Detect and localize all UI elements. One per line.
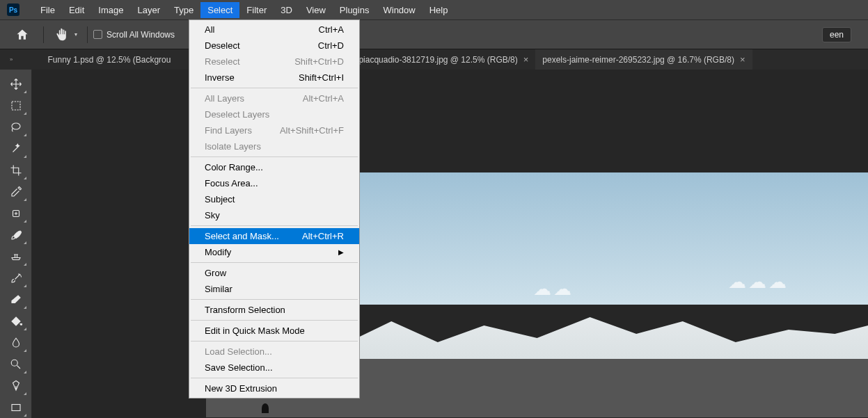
menu-item-sky[interactable]: Sky: [189, 207, 359, 223]
document-tab[interactable]: pexels-jaime-reimer-2695232.jpg @ 16.7% …: [535, 49, 752, 70]
menu-item-save-selection[interactable]: Save Selection...: [189, 360, 359, 376]
menu-item-label: Modify: [205, 246, 231, 258]
close-icon[interactable]: ×: [523, 54, 529, 65]
panel-collapse-icon[interactable]: »: [7, 49, 15, 70]
menu-item-label: All: [205, 24, 214, 35]
tab-label: -piacquadio-3812719.jpg @ 12.5% (RGB/8): [356, 55, 517, 65]
menu-item-label: Similar: [205, 283, 232, 295]
svg-rect-4: [12, 404, 20, 410]
menu-select[interactable]: Select: [200, 2, 239, 18]
menu-item-isolate-layers: Isolate Layers: [189, 138, 359, 154]
menu-shortcut: Shift+Ctrl+I: [299, 72, 344, 83]
menu-filter[interactable]: Filter: [239, 2, 274, 18]
menu-separator: [191, 299, 358, 300]
hand-tool-icon[interactable]: [52, 25, 72, 45]
menu-item-edit-in-quick-mask-mode[interactable]: Edit in Quick Mask Mode: [189, 323, 359, 339]
tool-dropdown-arrow[interactable]: ▾: [74, 31, 77, 38]
menu-item-new-3d-extrusion[interactable]: New 3D Extrusion: [189, 380, 359, 396]
menu-layer[interactable]: Layer: [131, 2, 168, 18]
lasso-tool[interactable]: [4, 116, 28, 138]
menu-item-grow[interactable]: Grow: [189, 265, 359, 281]
menu-item-label: Save Selection...: [205, 362, 273, 373]
divider: [43, 26, 44, 43]
svg-rect-0: [12, 102, 20, 110]
menu-type[interactable]: Type: [167, 2, 200, 18]
workspace: ☁ ☁ ☁ ☁ ☁ ☁: [0, 70, 868, 418]
menu-separator: [191, 225, 358, 226]
clone-stamp-tool[interactable]: [4, 246, 28, 267]
cloud: ☁ ☁: [533, 278, 570, 300]
menu-file[interactable]: File: [33, 2, 62, 18]
eyedropper-tool[interactable]: [4, 181, 28, 202]
submenu-arrow-icon: ▶: [338, 246, 344, 258]
svg-point-3: [11, 360, 17, 366]
menu-item-subject[interactable]: Subject: [189, 191, 359, 207]
menu-separator: [191, 262, 358, 263]
brush-tool[interactable]: [4, 224, 28, 246]
menu-image[interactable]: Image: [91, 2, 130, 18]
menu-shortcut: Ctrl+A: [319, 24, 344, 35]
menu-item-similar[interactable]: Similar: [189, 281, 359, 297]
menu-view[interactable]: View: [299, 2, 333, 18]
menu-separator: [191, 341, 358, 341]
tab-label: pexels-jaime-reimer-2695232.jpg @ 16.7% …: [542, 55, 734, 65]
scroll-all-checkbox[interactable]: [93, 30, 102, 39]
menu-item-label: Select and Mask...: [205, 230, 279, 242]
menu-item-focus-area[interactable]: Focus Area...: [189, 175, 359, 191]
menu-item-deselect[interactable]: DeselectCtrl+D: [189, 38, 359, 54]
menu-item-label: Subject: [205, 193, 235, 205]
move-tool[interactable]: [4, 73, 28, 95]
menu-shortcut: Alt+Shift+Ctrl+F: [280, 124, 344, 136]
menu-separator: [191, 320, 358, 321]
home-icon[interactable]: [13, 25, 32, 45]
canvas-area[interactable]: ☁ ☁ ☁ ☁ ☁ ☁: [32, 70, 868, 418]
menu-item-label: Find Layers: [205, 124, 252, 136]
cursor-figure: [262, 403, 269, 413]
menu-item-label: Deselect Layers: [205, 108, 269, 120]
menu-separator: [191, 88, 358, 88]
document-tab[interactable]: -piacquadio-3812719.jpg @ 12.5% (RGB/8)×: [349, 49, 535, 70]
select-menu-dropdown: AllCtrl+ADeselectCtrl+DReselectShift+Ctr…: [189, 19, 360, 399]
menu-item-label: All Layers: [205, 93, 244, 104]
paint-bucket-tool[interactable]: [4, 310, 28, 332]
menu-item-select-and-mask[interactable]: Select and Mask...Alt+Ctrl+R: [189, 228, 359, 244]
menu-item-label: Color Range...: [205, 161, 263, 173]
menu-shortcut: Alt+Ctrl+R: [302, 230, 344, 242]
menu-item-all[interactable]: AllCtrl+A: [189, 22, 359, 38]
menu-item-label: Load Selection...: [205, 346, 272, 357]
pen-tool[interactable]: [4, 375, 28, 396]
menu-item-find-layers: Find LayersAlt+Shift+Ctrl+F: [189, 122, 359, 138]
document-tab[interactable]: Funny 1.psd @ 12.5% (Backgrou: [40, 49, 177, 70]
menu-shortcut: Alt+Ctrl+A: [303, 93, 344, 104]
menu-item-label: Inverse: [205, 72, 235, 83]
menu-item-load-selection: Load Selection...: [189, 344, 359, 360]
healing-brush-tool[interactable]: [4, 202, 28, 224]
fit-screen-button-fragment[interactable]: een: [822, 27, 851, 42]
menu-edit[interactable]: Edit: [62, 2, 91, 18]
menu-3d[interactable]: 3D: [274, 2, 299, 18]
app-logo: Ps: [7, 3, 19, 16]
crop-tool[interactable]: [4, 159, 28, 181]
menu-window[interactable]: Window: [376, 2, 422, 18]
history-brush-tool[interactable]: [4, 267, 28, 289]
eraser-tool[interactable]: [4, 289, 28, 310]
menu-item-color-range[interactable]: Color Range...: [189, 159, 359, 175]
menu-help[interactable]: Help: [423, 2, 455, 18]
rectangle-tool[interactable]: [4, 396, 28, 418]
magic-wand-tool[interactable]: [4, 138, 28, 159]
menu-item-inverse[interactable]: InverseShift+Ctrl+I: [189, 70, 359, 86]
menu-item-label: Isolate Layers: [205, 140, 261, 152]
marquee-tool[interactable]: [4, 95, 28, 116]
blur-tool[interactable]: [4, 332, 28, 353]
menu-item-label: Reselect: [205, 56, 240, 67]
menu-item-modify[interactable]: Modify▶: [189, 244, 359, 260]
close-icon[interactable]: ×: [740, 54, 745, 65]
options-toolbar: ▾ Scroll All Windows een: [0, 19, 868, 49]
menu-plugins[interactable]: Plugins: [333, 2, 377, 18]
menu-item-transform-selection[interactable]: Transform Selection: [189, 302, 359, 318]
dodge-tool[interactable]: [4, 353, 28, 375]
menu-item-label: New 3D Extrusion: [205, 383, 277, 394]
divider: [87, 26, 88, 43]
menu-item-label: Grow: [205, 267, 226, 279]
tool-palette: [0, 70, 32, 418]
